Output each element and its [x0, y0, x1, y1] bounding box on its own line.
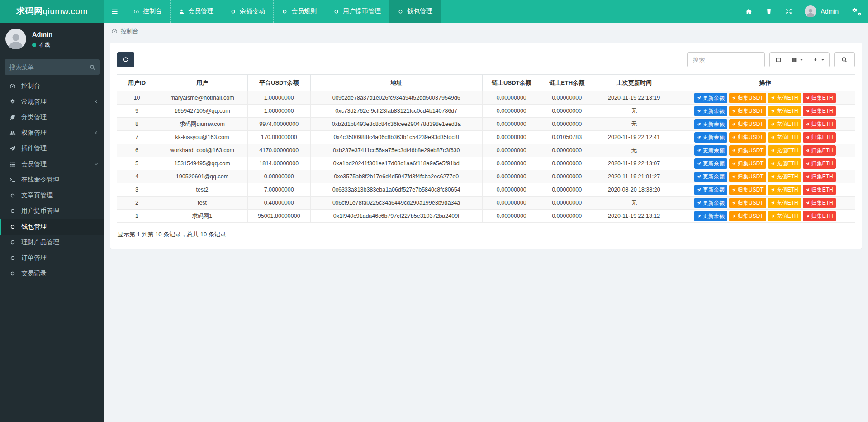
online-status-dot [32, 43, 36, 47]
navbar-user-menu[interactable]: Admin [799, 5, 844, 17]
action-button-归集ETH[interactable]: 归集ETH [803, 93, 836, 103]
sidebar-item-7[interactable]: 在线命令管理 [0, 172, 104, 188]
top-nav-menu: 控制台会员管理余额变动会员规则用户提币管理钱包管理 [125, 0, 441, 23]
action-button-更新余额[interactable]: 更新余额 [694, 198, 727, 208]
action-button-归集USDT[interactable]: 归集USDT [729, 185, 766, 195]
action-button-归集USDT[interactable]: 归集USDT [729, 198, 766, 208]
action-button-归集ETH[interactable]: 归集ETH [803, 172, 836, 182]
action-button-归集ETH[interactable]: 归集ETH [803, 211, 836, 221]
action-button-归集ETH[interactable]: 归集ETH [803, 106, 836, 116]
action-button-归集USDT[interactable]: 归集USDT [729, 132, 766, 143]
action-button-更新余额[interactable]: 更新余额 [694, 211, 727, 221]
columns-button[interactable] [787, 52, 808, 67]
circle-icon [398, 9, 403, 14]
sidebar-item-2[interactable]: 常规管理 [0, 94, 104, 110]
action-button-更新余额[interactable]: 更新余额 [694, 185, 727, 195]
action-button-归集USDT[interactable]: 归集USDT [729, 93, 766, 103]
nav-item-4[interactable]: 会员规则 [273, 0, 325, 23]
nav-item-3[interactable]: 余额变动 [222, 0, 273, 23]
action-button-归集USDT[interactable]: 归集USDT [729, 106, 766, 116]
action-button-更新余额[interactable]: 更新余额 [694, 172, 727, 182]
sidebar-item-11[interactable]: 理财产品管理 [0, 235, 104, 250]
paper-plane-icon [771, 162, 775, 166]
action-button-更新余额[interactable]: 更新余额 [694, 132, 727, 143]
fullscreen-button[interactable] [779, 0, 799, 23]
table-cell: 0xb237e37411cc56aa75ec3df46b8e29eb87c3f6… [310, 144, 482, 157]
action-button-充值ETH[interactable]: 充值ETH [768, 211, 801, 221]
sidebar-item-12[interactable]: 订单管理 [0, 250, 104, 266]
action-button-充值ETH[interactable]: 充值ETH [768, 172, 801, 182]
sidebar-item-10[interactable]: 钱包管理 [0, 219, 104, 235]
sidebar-user-status: 在线 [32, 41, 52, 49]
export-button[interactable] [808, 52, 830, 67]
chevron-left-icon [94, 99, 99, 104]
action-button-充值ETH[interactable]: 充值ETH [768, 119, 801, 129]
action-button-充值ETH[interactable]: 充值ETH [768, 106, 801, 116]
action-button-归集ETH[interactable]: 归集ETH [803, 132, 836, 143]
action-button-归集ETH[interactable]: 归集ETH [803, 145, 836, 156]
action-button-归集ETH[interactable]: 归集ETH [803, 198, 836, 208]
clear-cache-button[interactable] [759, 0, 779, 23]
action-button-充值ETH[interactable]: 充值ETH [768, 185, 801, 195]
top-navbar: 求码网qiumw.com 控制台会员管理余额变动会员规则用户提币管理钱包管理 A… [0, 0, 868, 23]
caret-down-icon [799, 58, 804, 62]
action-button-更新余额[interactable]: 更新余额 [694, 93, 727, 103]
table-cell: 1.00000000 [247, 91, 310, 105]
refresh-button[interactable] [117, 52, 134, 67]
nav-item-5[interactable]: 用户提币管理 [325, 0, 389, 23]
paper-plane-icon [697, 175, 701, 179]
action-button-充值ETH[interactable]: 充值ETH [768, 158, 801, 169]
sidebar-item-1[interactable]: 控制台 [0, 78, 104, 94]
toggle-view-button[interactable] [769, 52, 787, 67]
paper-plane-icon [806, 96, 810, 100]
table-cell: 0.00000000 [482, 91, 541, 105]
action-button-归集ETH[interactable]: 归集ETH [803, 158, 836, 169]
columns-grid-icon [791, 57, 797, 63]
action-button-归集ETH[interactable]: 归集ETH [803, 185, 836, 195]
action-button-归集USDT[interactable]: 归集USDT [729, 145, 766, 156]
sidebar-item-4[interactable]: 权限管理 [0, 125, 104, 141]
paper-plane-icon [697, 122, 701, 126]
table-cell: 2020-11-19 22:13:07 [593, 157, 675, 170]
table-search-input[interactable] [687, 52, 765, 67]
action-button-更新余额[interactable]: 更新余额 [694, 158, 727, 169]
table-cell: 0.00000000 [482, 131, 541, 144]
nav-item-6[interactable]: 钱包管理 [389, 0, 441, 23]
search-icon[interactable] [90, 64, 95, 70]
action-button-归集USDT[interactable]: 归集USDT [729, 211, 766, 221]
sidebar-item-9[interactable]: 用户提币管理 [0, 203, 104, 219]
table-cell: 0.00000000 [247, 170, 310, 183]
table-cell: test2 [157, 183, 248, 197]
action-button-更新余额[interactable]: 更新余额 [694, 119, 727, 129]
search-submit-button[interactable] [834, 52, 855, 67]
sidebar-item-6[interactable]: 会员管理 [0, 157, 104, 173]
sidebar-item-5[interactable]: 插件管理 [0, 141, 104, 157]
action-button-归集USDT[interactable]: 归集USDT [729, 158, 766, 169]
action-button-充值ETH[interactable]: 充值ETH [768, 145, 801, 156]
action-button-充值ETH[interactable]: 充值ETH [768, 198, 801, 208]
action-button-归集USDT[interactable]: 归集USDT [729, 119, 766, 129]
nav-item-1[interactable]: 控制台 [125, 0, 170, 23]
action-button-归集ETH[interactable]: 归集ETH [803, 119, 836, 129]
action-button-更新余额[interactable]: 更新余额 [694, 106, 727, 116]
sidebar-item-8[interactable]: 文章页管理 [0, 188, 104, 204]
sidebar-item-3[interactable]: 分类管理 [0, 110, 104, 125]
paper-plane-icon [806, 122, 810, 126]
caret-down-icon [821, 58, 825, 62]
brand-logo[interactable]: 求码网qiumw.com [0, 0, 104, 23]
action-button-更新余额[interactable]: 更新余额 [694, 145, 727, 156]
nav-item-2[interactable]: 会员管理 [170, 0, 222, 23]
home-button[interactable] [739, 0, 759, 23]
sidebar-item-13[interactable]: 交易记录 [0, 266, 104, 282]
brand-name-bold: 求码网 [16, 5, 43, 17]
action-button-充值ETH[interactable]: 充值ETH [768, 93, 801, 103]
action-button-归集USDT[interactable]: 归集USDT [729, 172, 766, 182]
sidebar-toggle-button[interactable] [104, 0, 125, 23]
action-button-充值ETH[interactable]: 充值ETH [768, 132, 801, 143]
chevron-left-icon [94, 130, 99, 135]
list-view-icon [775, 57, 782, 63]
paper-plane-icon [771, 149, 775, 153]
table-cell: 0x9c2de78a37d1e026fc934a94f52dd500379549… [310, 91, 482, 105]
settings-button[interactable] [844, 0, 868, 23]
sidebar-search-input[interactable] [9, 64, 90, 71]
